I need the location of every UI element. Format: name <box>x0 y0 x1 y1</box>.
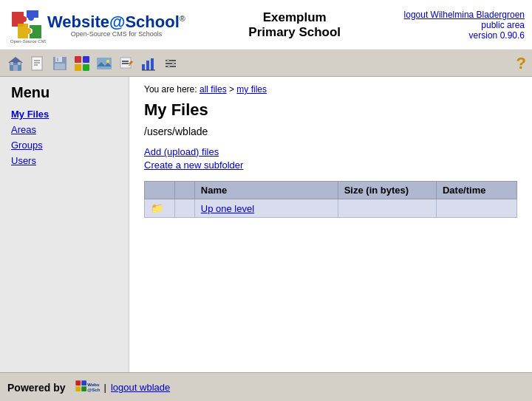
svg-text:Website: Website <box>87 381 100 386</box>
svg-text:@School: @School <box>87 386 100 391</box>
svg-rect-11 <box>55 57 62 62</box>
content-area: You are here: all files > my files My Fi… <box>129 77 532 372</box>
svg-rect-36 <box>81 380 86 385</box>
svg-rect-32 <box>167 59 169 62</box>
powered-by-label: Powered by <box>7 382 66 394</box>
sidebar-item-groups[interactable]: Groups <box>11 140 117 151</box>
logo-brand: Website@School® Open-Source CMS for Scho… <box>47 13 185 38</box>
col-header-name: Name <box>194 182 338 199</box>
up-one-level-link[interactable]: Up one level <box>201 203 254 214</box>
svg-rect-38 <box>81 386 86 391</box>
svg-rect-4 <box>10 62 13 65</box>
sidebar-item-myfiles[interactable]: My Files <box>11 109 117 120</box>
logo-puzzle-icon: Open-Source CMS for Schools <box>7 6 46 44</box>
breadcrumb-current: my files <box>236 84 267 95</box>
svg-rect-21 <box>120 58 131 68</box>
svg-rect-16 <box>75 64 81 71</box>
svg-rect-35 <box>75 380 81 385</box>
svg-rect-26 <box>146 61 149 70</box>
breadcrumb-all-files[interactable]: all files <box>200 84 227 95</box>
svg-point-20 <box>106 60 109 63</box>
save-icon[interactable] <box>50 54 69 73</box>
image-icon[interactable] <box>95 54 114 73</box>
sidebar: Menu My Files Areas Groups Users <box>0 77 129 372</box>
svg-rect-34 <box>168 65 170 68</box>
row-check-cell <box>175 199 195 218</box>
file-table: Name Size (in bytes) Date/time 📁 Up one … <box>144 181 517 218</box>
breadcrumb: You are here: all files > my files <box>144 84 517 95</box>
col-header-icon <box>145 182 175 199</box>
svg-rect-17 <box>83 64 89 71</box>
col-header-size: Size (in bytes) <box>338 182 436 199</box>
logo-area: Open-Source CMS for Schools Website@Scho… <box>7 6 185 44</box>
sidebar-item-areas[interactable]: Areas <box>11 124 117 135</box>
path-info: /users/wblade <box>144 126 517 137</box>
toolbar-icons <box>6 54 180 73</box>
edit-icon[interactable] <box>117 54 136 73</box>
row-name-cell: Up one level <box>194 199 338 218</box>
create-subfolder-link[interactable]: Create a new subfolder <box>144 160 517 171</box>
svg-rect-33 <box>172 62 174 65</box>
svg-text:Open-Source CMS for Schools: Open-Source CMS for Schools <box>10 39 46 44</box>
svg-rect-12 <box>57 58 58 61</box>
version-text: version 0.90.6 <box>469 30 525 41</box>
svg-rect-15 <box>83 56 89 63</box>
main-layout: Menu My Files Areas Groups Users You are… <box>0 77 532 372</box>
school-name: Exemplum Primary School <box>185 10 404 40</box>
user-area: public area <box>481 20 525 30</box>
page-icon[interactable] <box>28 54 47 73</box>
header: Open-Source CMS for Schools Website@Scho… <box>0 0 532 50</box>
svg-rect-6 <box>32 57 42 70</box>
svg-rect-25 <box>142 64 145 70</box>
col-header-date: Date/time <box>436 182 516 199</box>
folder-icon: 📁 <box>151 202 163 214</box>
svg-rect-3 <box>13 65 18 71</box>
svg-rect-5 <box>18 62 21 65</box>
svg-rect-13 <box>55 64 65 69</box>
user-info: logout Wilhelmina Bladergroen public are… <box>404 10 525 41</box>
row-date-cell <box>436 199 516 218</box>
svg-rect-14 <box>75 56 81 63</box>
page-title: My Files <box>144 100 517 120</box>
sidebar-item-users[interactable]: Users <box>11 155 117 166</box>
footer: Powered by Website @School | logout wbla… <box>0 372 532 401</box>
home-icon[interactable] <box>6 54 25 73</box>
svg-marker-2 <box>8 57 23 63</box>
footer-logout-link[interactable]: logout wblade <box>111 382 170 393</box>
chart-icon[interactable] <box>139 54 158 73</box>
toolbar: ? <box>0 50 532 77</box>
svg-rect-37 <box>75 386 81 391</box>
row-icon-cell: 📁 <box>145 199 175 218</box>
tools-icon[interactable] <box>161 54 180 73</box>
row-size-cell <box>338 199 436 218</box>
footer-divider: | <box>104 382 106 393</box>
svg-rect-18 <box>97 58 112 69</box>
puzzle-icon[interactable] <box>72 54 92 73</box>
table-row: 📁 Up one level <box>145 199 517 218</box>
col-header-check <box>175 182 195 199</box>
action-links: Add (upload) files Create a new subfolde… <box>144 146 517 171</box>
logout-link[interactable]: logout Wilhelmina Bladergroen <box>404 10 525 20</box>
footer-logo-icon: Website @School <box>73 380 100 396</box>
upload-link[interactable]: Add (upload) files <box>144 146 517 157</box>
svg-rect-27 <box>151 58 154 70</box>
help-icon[interactable]: ? <box>516 54 526 73</box>
menu-title: Menu <box>11 84 117 101</box>
